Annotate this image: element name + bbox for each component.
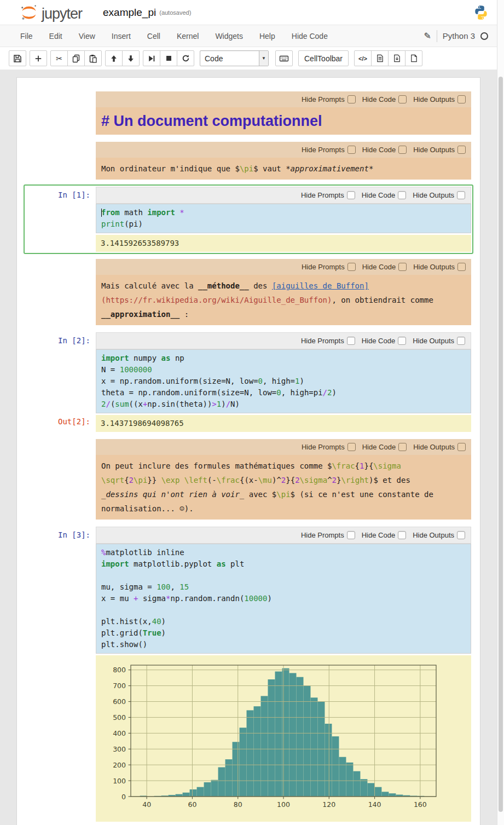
menu-view[interactable]: View [71, 26, 103, 46]
hide-outputs-checkbox[interactable] [457, 95, 466, 103]
svg-text:800: 800 [113, 666, 126, 674]
menu-widgets[interactable]: Widgets [207, 26, 251, 46]
cell-toolbar: Hide PromptsHide CodeHide Outputs [96, 91, 471, 107]
menu-insert[interactable]: Insert [103, 26, 139, 46]
svg-text:160: 160 [414, 800, 427, 809]
source-line: x = mu + sigma*np.random.randn(10000) [101, 593, 466, 604]
hide-code-checkbox[interactable] [398, 146, 407, 154]
notebook-container: Hide PromptsHide CodeHide Outputs# Un do… [16, 77, 480, 825]
hide-code-checkbox[interactable] [398, 191, 406, 199]
menu-file[interactable]: File [12, 26, 41, 46]
arrow-up-icon [110, 55, 118, 62]
hide-outputs-label: Hide Outputs [413, 191, 454, 199]
menu-hide-code[interactable]: Hide Code [283, 26, 336, 46]
run-cell-button[interactable] [143, 50, 160, 66]
code-cell-2[interactable]: In [2]:Hide PromptsHide CodeHide Outputs… [24, 330, 473, 434]
empty-prompt [26, 275, 96, 325]
autosave-status: (autosaved) [159, 9, 191, 16]
input-prompt: In [2]: [26, 332, 96, 349]
new-page-button[interactable] [405, 50, 422, 66]
scrollbar-thumb[interactable] [499, 77, 503, 812]
code-editor[interactable]: import numpy as npN = 1000000x = np.rand… [96, 349, 471, 413]
interrupt-kernel-button[interactable] [160, 50, 177, 66]
cell-output: 3.1437198694098765 [96, 415, 471, 432]
source-line: N = 1000000 [101, 364, 466, 376]
code-cell-1[interactable]: In [1]:Hide PromptsHide CodeHide Outputs… [24, 184, 473, 254]
hide-prompts-checkbox[interactable] [347, 443, 356, 451]
menu-kernel[interactable]: Kernel [169, 26, 207, 46]
copy-button[interactable] [67, 50, 85, 66]
cell-toolbar-area: Hide PromptsHide CodeHide Outputs [96, 332, 471, 349]
hide-code-checkbox[interactable] [398, 263, 407, 271]
intro-markdown-cell[interactable]: Hide PromptsHide CodeHide OutputsMon ord… [24, 140, 473, 182]
move-cell-up-button[interactable] [105, 50, 123, 66]
cell-toolbar: Hide PromptsHide CodeHide Outputs [96, 439, 471, 455]
formula-markdown-cell[interactable]: Hide PromptsHide CodeHide OutputsOn peut… [24, 437, 473, 522]
hide-code-checkbox[interactable] [398, 443, 407, 451]
cell-source-row: Mon ordinateur m'indique que $\pi$ vaut … [26, 158, 471, 180]
source-line: plt.show() [101, 639, 466, 650]
empty-prompt [26, 91, 96, 107]
input-prompt: In [3]: [26, 527, 96, 544]
cell-toolbar-row: In [3]:Hide PromptsHide CodeHide Outputs [26, 527, 471, 544]
markdown-source[interactable]: Mon ordinateur m'indique que $\pi$ vaut … [96, 158, 471, 180]
menu-cell[interactable]: Cell [139, 26, 169, 46]
cell-source-row: from math import *print(pi) [26, 204, 471, 233]
hide-outputs-checkbox[interactable] [457, 531, 465, 539]
hide-code-label: Hide Code [362, 531, 395, 539]
page-scrollbar[interactable] [497, 0, 504, 825]
hide-outputs-checkbox[interactable] [457, 191, 465, 199]
menu-help[interactable]: Help [251, 26, 283, 46]
markdown-source[interactable]: # Un document computationnel [96, 107, 471, 135]
hide-outputs-checkbox[interactable] [457, 337, 465, 345]
hide-outputs-checkbox[interactable] [457, 263, 466, 271]
hide-outputs-checkbox[interactable] [457, 146, 466, 154]
restart-kernel-button[interactable] [177, 50, 194, 66]
cell-source-row: %matplotlib inlineimport matplotlib.pypl… [26, 544, 471, 654]
toggle-code-view-button[interactable]: </> [354, 50, 372, 66]
hide-prompts-checkbox[interactable] [347, 95, 356, 103]
markdown-source[interactable]: On peut inclure des formules mathématiqu… [96, 455, 471, 520]
insert-cell-button[interactable] [30, 50, 47, 66]
markdown-source[interactable]: Mais calculé avec la __méthode__ des [ai… [96, 275, 471, 325]
hide-prompts-checkbox[interactable] [347, 191, 355, 199]
code-cell-3[interactable]: In [3]:Hide PromptsHide CodeHide Outputs… [24, 524, 473, 824]
code-editor[interactable]: from math import *print(pi) [96, 204, 471, 233]
export-pdf-button[interactable] [388, 50, 405, 66]
hide-prompts-label: Hide Prompts [301, 191, 344, 199]
hide-outputs-label: Hide Outputs [413, 146, 455, 154]
command-palette-button[interactable] [275, 50, 293, 66]
header: jupyter example_pi (autosaved) [0, 0, 497, 25]
source-line: normalisation... ☺). [101, 501, 466, 516]
cell-toolbar: Hide PromptsHide CodeHide Outputs [96, 259, 471, 275]
hide-code-checkbox[interactable] [398, 531, 406, 539]
title-markdown-cell[interactable]: Hide PromptsHide CodeHide Outputs# Un do… [24, 89, 473, 137]
hide-outputs-checkbox[interactable] [457, 443, 466, 451]
hide-prompts-checkbox[interactable] [347, 146, 356, 154]
notebook-title[interactable]: example_pi [103, 7, 156, 19]
hide-code-checkbox[interactable] [398, 337, 406, 345]
hide-code-checkbox[interactable] [398, 95, 407, 103]
hide-prompts-checkbox[interactable] [347, 337, 355, 345]
celltoolbar-button[interactable]: CellToolbar [298, 50, 349, 66]
jupyter-logo[interactable]: jupyter [20, 3, 82, 22]
cell-source-area: %matplotlib inlineimport matplotlib.pypl… [96, 544, 471, 654]
code-editor[interactable]: %matplotlib inlineimport matplotlib.pypl… [96, 544, 471, 654]
move-cell-down-button[interactable] [122, 50, 140, 66]
hide-outputs-label: Hide Outputs [413, 263, 455, 271]
source-line: from math import * [101, 207, 466, 218]
hide-prompts-checkbox[interactable] [347, 531, 355, 539]
source-line: import matplotlib.pyplot as plt [101, 558, 466, 570]
export-document-button[interactable] [371, 50, 389, 66]
save-button[interactable] [9, 50, 26, 66]
buffon-markdown-cell[interactable]: Hide PromptsHide CodeHide OutputsMais ca… [24, 257, 473, 327]
paste-button[interactable] [84, 50, 102, 66]
hide-code-label: Hide Code [362, 263, 396, 271]
svg-text:80: 80 [234, 800, 242, 809]
cut-button[interactable]: ✂ [50, 50, 68, 66]
hide-prompts-checkbox[interactable] [347, 263, 356, 271]
menu-edit[interactable]: Edit [41, 26, 71, 46]
empty-prompt [26, 204, 96, 233]
svg-text:60: 60 [188, 800, 196, 809]
cell-type-select[interactable]: Code ▼ [200, 50, 269, 66]
